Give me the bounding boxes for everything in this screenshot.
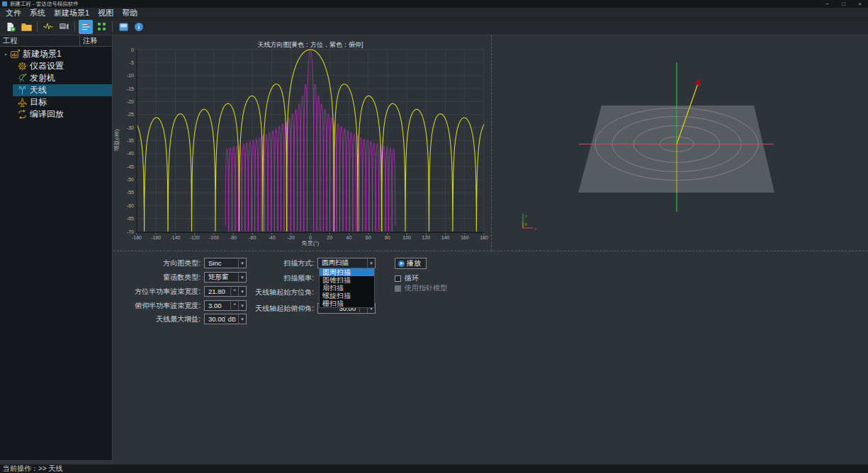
chart-title: 天线方向图[黄色：方位，紫色：俯仰]	[257, 41, 363, 48]
title-bar: 新建工程 - 雷达信号模拟软件 −□×	[0, 0, 868, 8]
elevation-beamwidth-label: 俯仰半功率波束宽度:	[113, 300, 201, 311]
menu-item-0[interactable]: 文件	[1, 8, 26, 18]
max-gain-label: 天线最大增益:	[113, 314, 201, 324]
close-button[interactable]: ×	[852, 0, 868, 8]
scan-mode-select[interactable]: 圆周扫描 ▾	[317, 258, 376, 268]
vertical-divider	[491, 35, 492, 251]
column-header-comment[interactable]: 注释	[80, 35, 112, 46]
green-dots-icon	[97, 22, 106, 31]
project-tree: ▾新建场景1仪器设置发射机天线目标编译回放	[0, 47, 112, 120]
checkbox-icon[interactable]	[395, 275, 401, 282]
y-tick-label: -20	[127, 99, 134, 104]
scan-mode-dropdown-list: 圆周扫描圆锥扫描扇扫描螺旋扫描栅扫描	[319, 268, 375, 308]
status-text: 当前操作：>> 天线	[3, 465, 62, 472]
menu-item-4[interactable]: 帮助	[118, 8, 142, 18]
scan-option-4[interactable]: 栅扫描	[320, 300, 374, 307]
y-tick-label: -40	[127, 151, 134, 156]
x-tick-label: 60	[366, 235, 371, 240]
toolbar-separator	[37, 21, 38, 32]
x-tick-label: 120	[422, 235, 430, 240]
x-tick-label: 20	[327, 235, 332, 240]
tree-item-label: 天线	[30, 84, 47, 96]
scan-option-0[interactable]: 圆周扫描	[320, 268, 374, 276]
x-tick-label: -140	[170, 235, 180, 240]
scan-option-2[interactable]: 扇扫描	[320, 284, 374, 292]
info-button[interactable]	[132, 20, 146, 34]
toolbar-separator	[74, 21, 75, 32]
dropdown-arrow-icon[interactable]: ▾	[238, 314, 246, 324]
new-project-button[interactable]	[4, 20, 18, 34]
monitor-icon	[119, 23, 128, 31]
app-icon	[2, 1, 7, 6]
triad-y-label: y	[525, 222, 527, 226]
tree-item-label: 目标	[30, 96, 47, 108]
y-axis-label: 增益(dB)	[113, 129, 120, 152]
y-tick-label: -45	[127, 164, 134, 169]
menu-item-1[interactable]: 系统	[26, 8, 50, 18]
play-button[interactable]: 播放	[395, 258, 427, 269]
y-tick-label: -65	[127, 216, 134, 221]
azimuth-beamwidth-label: 方位半功率波束宽度:	[113, 286, 201, 297]
y-tick-label: -10	[127, 73, 134, 78]
transmitter-icon	[16, 73, 28, 84]
y-tick-label: -50	[127, 177, 134, 182]
tree-item-compile-replay[interactable]: 编译回放	[0, 108, 112, 120]
x-tick-label: 140	[441, 235, 450, 240]
menu-item-2[interactable]: 新建场景1	[50, 8, 94, 18]
db-unit: dB	[225, 315, 238, 323]
antenna-pattern-panel: -180-160-140-120-100-80-60-40-2002040608…	[113, 35, 492, 251]
tree-item-target[interactable]: 目标	[0, 96, 112, 108]
column-header-project[interactable]: 工程	[0, 35, 80, 46]
scan-mode-label: 扫描方式:	[211, 258, 314, 268]
y-tick-label: -35	[127, 138, 134, 143]
scan-option-3[interactable]: 螺旋扫描	[320, 292, 374, 300]
window-controls: −□×	[819, 0, 868, 8]
antenna-icon	[16, 85, 28, 96]
open-project-button[interactable]	[19, 20, 33, 34]
device-button[interactable]	[57, 20, 71, 34]
checkbox-icon	[395, 285, 401, 292]
sidebar-header: 工程 注释	[0, 35, 112, 47]
y-tick-label: 0	[131, 47, 134, 52]
x-tick-label: 180	[480, 235, 488, 240]
max-gain-field[interactable]: 30.00 dB ▾	[204, 314, 247, 324]
scan-frequency-label: 扫描频率:	[211, 273, 314, 283]
monitor-button[interactable]	[116, 20, 130, 34]
gear-icon	[16, 61, 28, 72]
pointer-model-checkbox: 使用指针模型	[395, 283, 447, 293]
tree-item-label: 编译回放	[30, 108, 64, 120]
y-tick-label: -25	[127, 112, 134, 117]
tree-item-instrument-settings[interactable]: 仪器设置	[0, 60, 112, 72]
list-lines-icon	[81, 23, 91, 31]
tree-item-label: 仪器设置	[30, 60, 64, 72]
tree-item-label: 新建场景1	[23, 48, 62, 60]
pattern-type-label: 方向图类型:	[113, 258, 201, 268]
scene-icon	[9, 49, 21, 59]
x-tick-label: -20	[288, 235, 295, 240]
dropdown-arrow-icon[interactable]: ▾	[367, 258, 375, 268]
y-tick-label: -15	[127, 86, 134, 91]
x-tick-label: 0	[309, 235, 312, 240]
menu-item-3[interactable]: 视图	[94, 8, 118, 18]
tree-item-transmitter[interactable]: 发射机	[0, 72, 112, 84]
horizontal-divider	[113, 251, 868, 251]
x-tick-label: -60	[249, 235, 256, 240]
minimize-button[interactable]: −	[819, 0, 835, 8]
layout-button[interactable]	[94, 20, 108, 34]
x-tick-label: -80	[230, 235, 237, 240]
antenna-3d-scene: z y x	[492, 35, 868, 251]
maximize-button[interactable]: □	[835, 0, 852, 8]
expander-icon[interactable]: ▾	[2, 52, 9, 57]
axis-triad-icon: z y x	[523, 214, 536, 231]
triad-z-label: z	[525, 214, 527, 218]
waveform-button[interactable]	[41, 20, 55, 34]
loop-checkbox[interactable]: 循环	[395, 273, 419, 283]
tree-item-antenna[interactable]: 天线	[0, 84, 112, 96]
antenna-3d-view[interactable]: z y x	[492, 35, 868, 251]
tree-item-scene[interactable]: ▾新建场景1	[0, 48, 112, 60]
scan-option-1[interactable]: 圆锥扫描	[320, 276, 374, 284]
y-tick-label: -70	[127, 229, 134, 234]
antenna-view-button[interactable]	[79, 20, 93, 34]
triad-x-label: x	[534, 227, 536, 231]
y-tick-label: -30	[127, 125, 134, 130]
